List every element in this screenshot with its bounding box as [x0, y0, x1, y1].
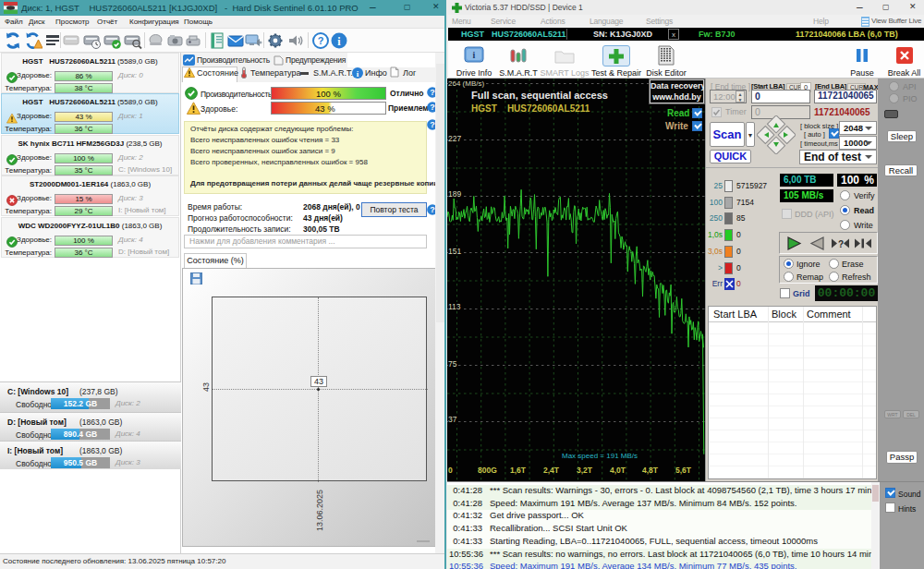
svg-text:?: ?: [318, 35, 324, 46]
svg-text:?: ?: [430, 88, 435, 97]
svg-text:i: i: [473, 50, 476, 60]
svg-text:?: ?: [838, 239, 844, 249]
svg-text:?: ?: [430, 120, 435, 129]
svg-text:?: ?: [430, 103, 435, 112]
svg-text:?: ?: [430, 205, 435, 214]
